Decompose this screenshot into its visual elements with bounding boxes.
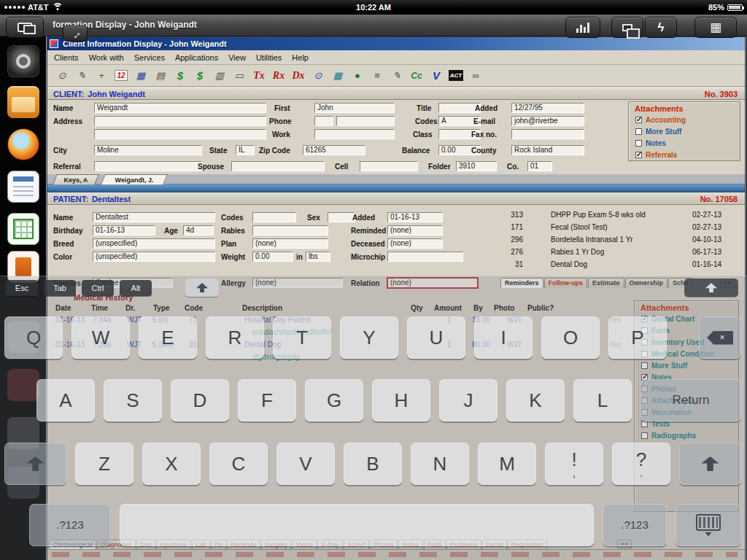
client-spouse-field[interactable] (231, 161, 325, 171)
attachment-item[interactable]: Referrals (635, 151, 740, 159)
window-titlebar[interactable]: Client Information Display - John Weigan… (47, 37, 745, 50)
appointment-calendar-icon[interactable]: 12 (112, 68, 130, 84)
return-key[interactable]: Return (640, 379, 741, 421)
key-n[interactable]: N (411, 443, 469, 485)
key-exclamation-comma[interactable]: !, (545, 443, 603, 485)
scope-icon[interactable]: ∞ (467, 68, 484, 84)
tab-keys-a[interactable]: Keys, A (53, 174, 99, 184)
key-p[interactable]: P (608, 316, 667, 359)
menu-item[interactable]: Applications (170, 51, 223, 64)
checkbox[interactable] (635, 140, 642, 147)
windows-button[interactable] (611, 17, 643, 38)
attachment-item[interactable]: More Stuff (635, 128, 740, 136)
patient-reminded-field[interactable]: (none) (387, 225, 443, 236)
shift-key[interactable] (4, 443, 66, 485)
client-city-field[interactable]: Moline (94, 145, 202, 155)
key-i[interactable]: I (474, 316, 533, 359)
checkbox[interactable] (635, 117, 642, 123)
alt-key[interactable]: Alt (120, 280, 152, 296)
reminder-row[interactable]: 276 Rabies 1 Yr Dog 06-17-13 (468, 246, 739, 258)
patient-sex-field[interactable] (328, 212, 355, 222)
keyboard-toggle-button[interactable]: ▦ (694, 17, 737, 38)
client-county-field[interactable]: Rock Island (511, 145, 584, 155)
checkbox[interactable] (635, 152, 642, 158)
key-u[interactable]: U (407, 316, 465, 359)
esc-key[interactable]: Esc (6, 280, 38, 296)
key-b[interactable]: B (344, 443, 402, 485)
client-fax-field[interactable] (511, 129, 584, 139)
firefox-icon[interactable] (7, 128, 39, 160)
key-r[interactable]: R (206, 316, 264, 359)
dismiss-keyboard-key[interactable] (676, 504, 741, 546)
key-j[interactable]: J (439, 379, 498, 421)
key-w[interactable]: W (71, 316, 130, 359)
client-zip-field[interactable]: 61265 (303, 145, 365, 155)
patient-deceased-field[interactable]: (none) (387, 238, 443, 249)
client-added-field[interactable]: 12/27/95 (511, 103, 584, 113)
tab-key[interactable]: Tab (44, 280, 76, 296)
inventory-icon[interactable]: ▦ (132, 68, 150, 84)
globe-icon[interactable]: ● (349, 68, 366, 84)
key-x[interactable]: X (142, 443, 201, 485)
client-name-field[interactable]: Weigandt (94, 103, 266, 113)
patient-age-field[interactable]: 4d (183, 225, 214, 236)
shift-up-key[interactable] (185, 279, 219, 297)
key-o[interactable]: O (541, 316, 600, 359)
performance-button[interactable] (565, 17, 600, 38)
ledger-icon[interactable]: ▦ (329, 68, 347, 84)
client-work-field[interactable] (314, 129, 395, 139)
edit-record-icon[interactable]: ✎ (73, 68, 90, 84)
client-folder-field[interactable]: 3910 (456, 161, 497, 171)
client-first-field[interactable]: John (314, 103, 395, 113)
key-m[interactable]: M (478, 443, 536, 485)
fullscreen-button[interactable]: ↔ (63, 26, 88, 42)
ctrl-key[interactable]: Ctrl (82, 280, 114, 296)
invoice-icon[interactable]: $ (191, 68, 209, 84)
print-icon[interactable]: ▭ (231, 68, 248, 84)
patient-color-field[interactable]: (unspecified) (93, 252, 215, 262)
key-e[interactable]: E (139, 316, 197, 359)
account-search-icon[interactable]: ⊙ (309, 68, 327, 84)
patient-weight-field[interactable]: 0.00 (252, 252, 293, 262)
patient-microchip-field[interactable] (387, 252, 463, 262)
patient-birthday-field[interactable]: 01-16-13 (93, 225, 155, 236)
attachment-item[interactable]: Notes (635, 139, 740, 147)
backup-icon[interactable]: ▤ (152, 68, 169, 84)
patient-name-field[interactable]: Dentaltest (93, 212, 215, 222)
key-f[interactable]: F (238, 379, 296, 421)
client-co-field[interactable]: 01 (527, 161, 552, 171)
numbers-key[interactable]: .?123 (603, 504, 667, 546)
tab-weigandt-j[interactable]: Weigandt, J. (101, 174, 168, 184)
key-y[interactable]: Y (340, 316, 398, 359)
search-icon[interactable]: ⊙ (53, 68, 71, 84)
payment-icon[interactable]: $ (171, 68, 189, 84)
menu-item[interactable]: Clients (49, 51, 84, 64)
patient-codes-field[interactable] (252, 212, 296, 222)
key-l[interactable]: L (573, 379, 632, 421)
client-referral-field[interactable] (94, 161, 202, 171)
act-icon[interactable]: ACT (447, 68, 465, 84)
patient-rabies-field[interactable] (252, 225, 328, 236)
key-a[interactable]: A (36, 379, 95, 421)
treatment-icon[interactable]: Tx (250, 68, 268, 84)
numbers-key[interactable]: .?123 (29, 504, 111, 546)
client-address2-field[interactable] (94, 129, 266, 139)
menu-item[interactable]: Work with (84, 51, 129, 64)
key-k[interactable]: K (506, 379, 565, 421)
attachment-item[interactable]: Accounting (635, 116, 740, 124)
client-phone-area-field[interactable] (314, 116, 333, 126)
settings-icon[interactable] (7, 45, 39, 77)
backspace-key[interactable] (699, 316, 741, 359)
prescription-icon[interactable]: Rx (270, 68, 287, 84)
files-icon[interactable] (7, 86, 39, 118)
shift-key[interactable] (679, 443, 741, 485)
key-z[interactable]: Z (75, 443, 133, 485)
new-record-icon[interactable]: + (93, 68, 110, 84)
compliance-icon[interactable]: Cc (408, 68, 425, 84)
menu-item[interactable]: View (223, 51, 251, 64)
menu-item[interactable]: Help (287, 51, 314, 64)
spreadsheet-app-icon[interactable] (7, 213, 39, 245)
key-s[interactable]: S (104, 379, 162, 421)
monitors-button[interactable] (6, 17, 44, 38)
key-h[interactable]: H (372, 379, 430, 421)
